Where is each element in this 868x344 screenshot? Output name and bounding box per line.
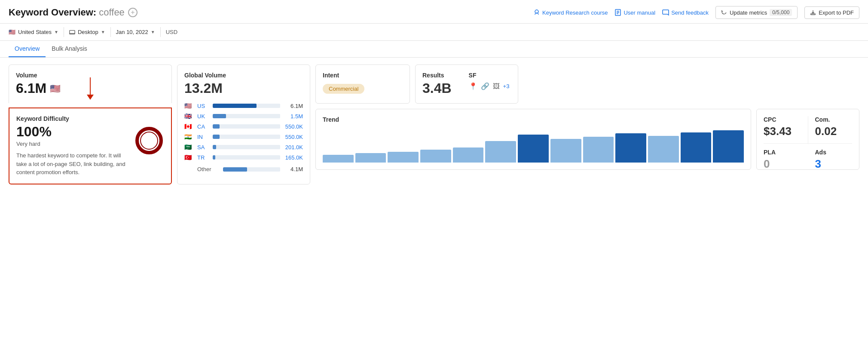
cpc-label: CPC (764, 116, 801, 123)
com-value: 0.02 (815, 125, 853, 138)
ca-code[interactable]: CA (197, 123, 209, 130)
uk-code[interactable]: UK (197, 113, 209, 120)
other-bar (223, 167, 280, 172)
trend-bar-5 (453, 147, 484, 163)
sf-more[interactable]: +3 (503, 83, 510, 89)
difficulty-wrapper: Keyword Difficulty 100% Very hard The ha… (9, 103, 172, 184)
country-row-uk: 🇬🇧 UK 1.5M (184, 113, 303, 120)
location-icon: 📍 (469, 82, 477, 90)
tr-value: 165.0K (284, 154, 303, 161)
in-value: 550.0K (284, 134, 303, 140)
main-content: Volume 6.1M 🇺🇸 Keyword Difficulty 100% V… (0, 58, 868, 191)
country-row-tr: 🇹🇷 TR 165.0K (184, 154, 303, 161)
global-volume-label: Global Volume (184, 72, 303, 79)
uk-value: 1.5M (284, 113, 303, 120)
svg-point-10 (141, 132, 158, 149)
trend-bar-6 (485, 141, 516, 163)
page-title: Keyword Overview: coffee (9, 7, 125, 18)
com-label: Com. (815, 116, 853, 123)
ads-label: Ads (815, 149, 853, 156)
country-row-ca: 🇨🇦 CA 550.0K (184, 123, 303, 130)
difficulty-label: Keyword Difficulty (16, 115, 164, 122)
header-right: Keyword Research course User manual Send… (533, 6, 859, 19)
date-chevron: ▼ (151, 30, 155, 34)
export-pdf-button[interactable]: Export to PDF (804, 6, 859, 19)
pla-label: PLA (764, 149, 801, 156)
pla-cell: PLA 0 (764, 144, 808, 149)
tr-code[interactable]: TR (197, 154, 209, 161)
trend-card: Trend (315, 109, 751, 170)
date-selector[interactable]: Jan 10, 2022 ▼ (116, 27, 161, 37)
device-selector[interactable]: Desktop ▼ (69, 27, 111, 37)
cpc-cell: CPC $3.43 (764, 116, 808, 144)
difficulty-description: The hardest keyword to compete for. It w… (16, 151, 127, 177)
global-volume-card: Global Volume 13.2M 🇺🇸 US 6.1M 🇬🇧 UK 1.5… (177, 64, 310, 184)
intent-label: Intent (323, 72, 403, 79)
tab-bar: Overview Bulk Analysis (0, 41, 868, 58)
difficulty-donut (134, 126, 164, 156)
device-chevron: ▼ (101, 30, 105, 34)
results-label: Results (422, 72, 452, 79)
us-code[interactable]: US (197, 103, 209, 109)
top-row: Intent Commercial Results 3.4B SF 📍 (315, 64, 859, 104)
link-icon: 🔗 (481, 82, 489, 90)
send-feedback-link[interactable]: Send feedback (662, 9, 709, 16)
user-manual-link[interactable]: User manual (614, 9, 655, 16)
com-cell: Com. 0.02 (808, 116, 853, 144)
ads-value: 3 (815, 157, 853, 171)
trend-bar-2 (355, 153, 386, 163)
trend-label: Trend (323, 116, 744, 123)
in-code[interactable]: IN (197, 134, 209, 140)
svg-point-11 (144, 135, 154, 146)
difficulty-text: 100% Very hard The hardest keyword to co… (16, 124, 127, 177)
difficulty-content: 100% Very hard The hardest keyword to co… (16, 124, 164, 177)
metrics-card: CPC $3.43 Com. 0.02 PLA 0 Ads (756, 109, 859, 170)
sa-code[interactable]: SA (197, 144, 209, 150)
results-value: 3.4B (422, 80, 452, 96)
keyword-research-link[interactable]: Keyword Research course (533, 9, 608, 16)
cpc-value: $3.43 (764, 125, 801, 138)
other-row: Other 4.1M (184, 166, 303, 172)
difficulty-value: 100% (16, 124, 127, 140)
us-flag: 🇺🇸 (184, 102, 194, 109)
trend-bar-3 (388, 152, 419, 163)
uk-flag: 🇬🇧 (184, 113, 194, 120)
ads-cell: Ads 3 (808, 144, 853, 149)
trend-bar-11 (648, 136, 679, 163)
currency-label: USD (166, 29, 177, 35)
country-row-us: 🇺🇸 US 6.1M (184, 102, 303, 109)
update-count-badge: 0/5,000 (770, 9, 792, 16)
bottom-row: Trend (315, 109, 859, 170)
header-left: Keyword Overview: coffee + (9, 7, 138, 18)
ca-bar (213, 124, 280, 129)
sf-section: SF 📍 🔗 🖼 +3 (469, 72, 510, 96)
trend-bar-9 (583, 137, 614, 163)
tab-bulk-analysis[interactable]: Bulk Analysis (46, 41, 93, 57)
intent-card: Intent Commercial (315, 64, 410, 104)
tr-flag: 🇹🇷 (184, 154, 194, 161)
in-bar (213, 135, 280, 139)
arrow-head (87, 95, 94, 100)
sf-icons: 📍 🔗 🖼 +3 (469, 82, 510, 90)
arrow-line (90, 77, 91, 95)
in-flag: 🇮🇳 (184, 133, 194, 140)
toolbar: 🇺🇸 United States ▼ Desktop ▼ Jan 10, 202… (0, 24, 868, 41)
trend-bar-7 (518, 135, 549, 163)
country-selector[interactable]: 🇺🇸 United States ▼ (9, 27, 64, 37)
trend-bar-1 (323, 155, 354, 163)
add-keyword-button[interactable]: + (128, 8, 138, 17)
sa-value: 201.0K (284, 144, 303, 150)
intent-badge: Commercial (323, 84, 364, 94)
sa-flag: 🇸🇦 (184, 144, 194, 150)
country-list: 🇺🇸 US 6.1M 🇬🇧 UK 1.5M 🇨🇦 CA 550.0K 🇮🇳 IN (184, 102, 303, 172)
update-metrics-button[interactable]: Update metrics 0/5,000 (715, 6, 798, 19)
country-chevron: ▼ (54, 30, 58, 34)
other-value: 4.1M (284, 166, 303, 172)
results-card: Results 3.4B SF 📍 🔗 🖼 +3 (415, 64, 518, 104)
other-label: Other (197, 166, 220, 172)
sf-label: SF (469, 72, 510, 79)
uk-bar (213, 114, 280, 118)
tab-overview[interactable]: Overview (9, 41, 46, 57)
results-row: Results 3.4B SF 📍 🔗 🖼 +3 (422, 72, 511, 96)
right-section: Intent Commercial Results 3.4B SF 📍 (315, 64, 859, 184)
